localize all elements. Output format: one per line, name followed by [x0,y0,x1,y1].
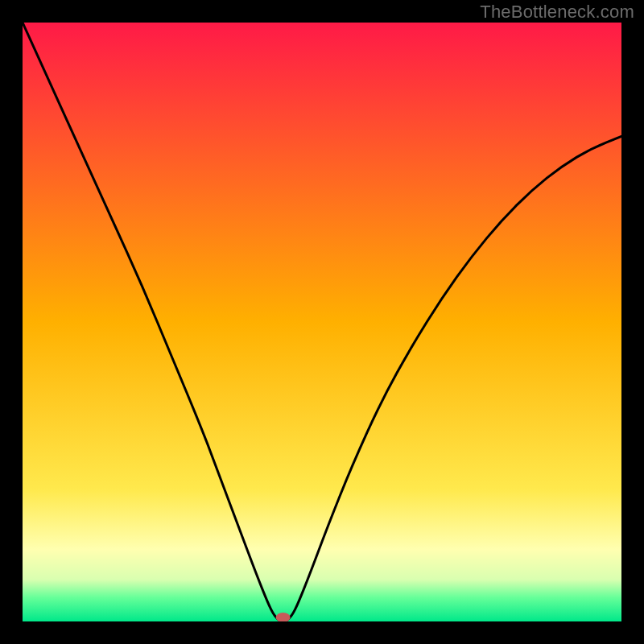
gradient-background [23,23,621,621]
plot-area [23,23,621,621]
chart-frame: TheBottleneck.com [0,0,644,644]
watermark-label: TheBottleneck.com [480,2,634,23]
chart-svg [23,23,621,621]
